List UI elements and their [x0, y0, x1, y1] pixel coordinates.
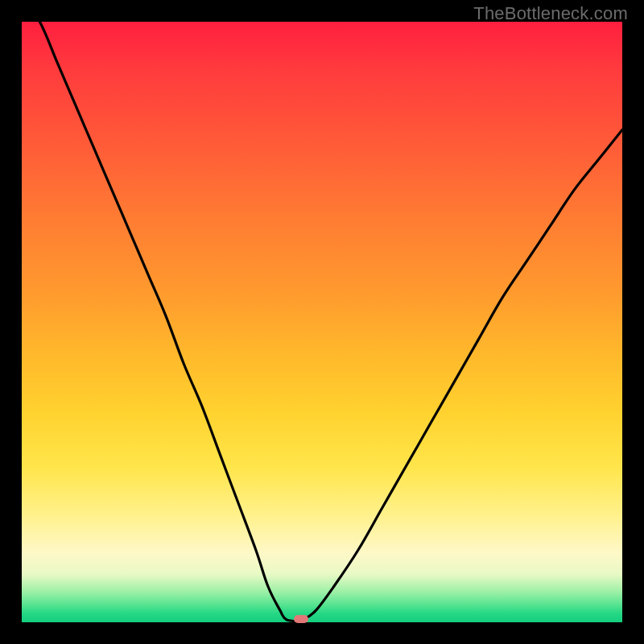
plot-area — [22, 22, 622, 622]
watermark-text: TheBottleneck.com — [473, 3, 628, 24]
chart-frame: TheBottleneck.com — [0, 0, 644, 644]
optimum-marker — [294, 615, 308, 623]
bottleneck-curve — [22, 22, 622, 622]
